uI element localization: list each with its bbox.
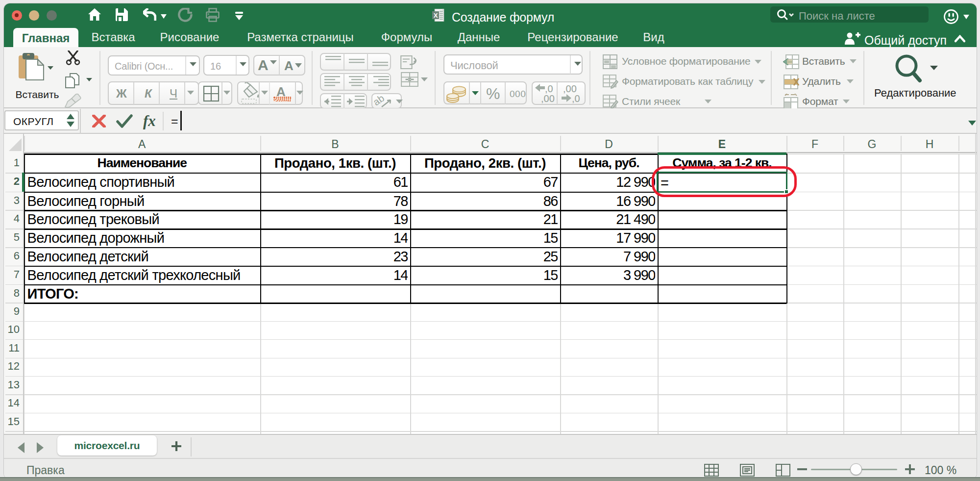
svg-text:X: X	[434, 12, 438, 19]
